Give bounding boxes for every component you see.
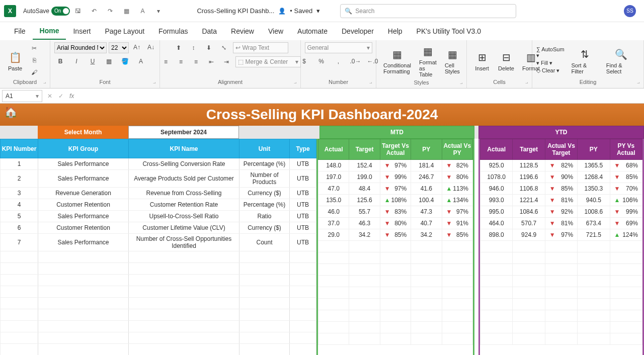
- empty-row[interactable]: [1, 344, 316, 356]
- table-row[interactable]: 4Customer RetentionCustomer Retention Ra…: [1, 199, 316, 211]
- tab-formulas[interactable]: Formulas: [151, 23, 195, 39]
- empty-row[interactable]: [1, 263, 316, 275]
- table-row[interactable]: 197.0199.0▼99%246.7▼80%: [318, 171, 473, 183]
- wrap-text-button[interactable]: ↩Wrap Text: [233, 42, 288, 53]
- conditional-formatting-button[interactable]: ▦Conditional Formatting: [380, 45, 414, 75]
- home-icon[interactable]: 🏠: [4, 106, 18, 119]
- align-bottom-icon[interactable]: ⬇: [203, 43, 215, 53]
- save-status-dropdown-icon[interactable]: ▾: [316, 7, 320, 15]
- autosum-button[interactable]: ∑ AutoSum ▾: [536, 46, 566, 59]
- font-color-icon[interactable]: A: [135, 56, 147, 66]
- table-row[interactable]: 1Sales PerformanceCross-Selling Conversi…: [1, 158, 316, 170]
- increase-font-icon[interactable]: A↑: [131, 42, 143, 52]
- empty-row[interactable]: [480, 299, 642, 310]
- tab-file[interactable]: File: [7, 23, 33, 39]
- align-top-icon[interactable]: ⬆: [173, 43, 185, 53]
- table-row[interactable]: 5Sales PerformanceUpsell-to-Cross-Sell R…: [1, 211, 316, 222]
- align-right-icon[interactable]: ≡: [190, 57, 202, 67]
- bold-button[interactable]: B: [54, 56, 66, 66]
- table-row[interactable]: 995.01084.6▼92%1008.6▼99%: [480, 206, 642, 218]
- table-row[interactable]: 135.0125.6▲108%100.4▲134%: [318, 195, 473, 206]
- orientation-icon[interactable]: ⤡: [218, 43, 230, 53]
- borders-qat-icon[interactable]: ▦: [119, 4, 133, 18]
- align-middle-icon[interactable]: ↕: [188, 43, 200, 53]
- increase-decimal-icon[interactable]: .0→: [350, 56, 362, 66]
- tab-pk-s-utility-tool-v3-0[interactable]: PK's Utility Tool V3.0: [410, 23, 488, 39]
- cancel-formula-icon[interactable]: ✕: [44, 93, 55, 100]
- empty-row[interactable]: [480, 322, 642, 333]
- kpi-left-table[interactable]: KPI NumberKPI GroupKPI NameUnitType1Sale…: [0, 139, 316, 355]
- insert-cells-button[interactable]: ⊞Insert: [471, 48, 493, 72]
- empty-row[interactable]: [480, 276, 642, 287]
- empty-row[interactable]: [480, 264, 642, 276]
- paste-button[interactable]: 📋 Paste: [4, 48, 26, 72]
- format-as-table-button[interactable]: ▦Format as Table: [416, 42, 440, 78]
- find-select-button[interactable]: 🔍Find & Select: [603, 45, 639, 75]
- empty-row[interactable]: [1, 286, 316, 298]
- table-row[interactable]: 3Revenue GenerationRevenue from Cross-Se…: [1, 188, 316, 199]
- empty-row[interactable]: [1, 298, 316, 309]
- percent-icon[interactable]: %: [315, 56, 328, 66]
- empty-row[interactable]: [318, 264, 473, 276]
- table-row[interactable]: 6Customer RetentionCustomer Lifetime Val…: [1, 222, 316, 234]
- empty-row[interactable]: [480, 252, 642, 264]
- indent-decrease-icon[interactable]: ⇤: [205, 57, 217, 67]
- align-center-icon[interactable]: ≡: [175, 57, 187, 67]
- merge-center-button[interactable]: ⬚Merge & Center▾: [235, 56, 301, 67]
- empty-row[interactable]: [1, 275, 316, 286]
- empty-row[interactable]: [1, 251, 316, 263]
- table-row[interactable]: 925.01128.5▼82%1365.5▼68%: [480, 160, 642, 171]
- empty-row[interactable]: [480, 241, 642, 252]
- indent-increase-icon[interactable]: ⇥: [220, 57, 232, 67]
- empty-row[interactable]: [480, 333, 642, 345]
- align-left-icon[interactable]: ≡: [160, 57, 172, 67]
- table-row[interactable]: 464.0570.7▼81%673.4▼69%: [480, 218, 642, 229]
- tab-review[interactable]: Review: [224, 23, 261, 39]
- font-name-select[interactable]: Arial Rounded MT: [54, 42, 107, 53]
- table-row[interactable]: 46.055.7▼83%47.3▼97%: [318, 206, 473, 218]
- table-row[interactable]: 1078.01196.6▼90%1268.4▼85%: [480, 171, 642, 183]
- name-box[interactable]: A1▾: [2, 90, 42, 102]
- table-row[interactable]: 7Sales PerformanceNumber of Cross-Sell O…: [1, 234, 316, 251]
- clear-button[interactable]: ◇ Clear ▾: [536, 67, 566, 74]
- save-icon[interactable]: 🖫: [71, 4, 85, 18]
- ytd-table[interactable]: ActualTargetActual Vs TargetPYPY Vs Actu…: [480, 139, 642, 345]
- table-row[interactable]: 29.034.2▼85%34.2▼85%: [318, 229, 473, 241]
- cut-icon[interactable]: ✂: [28, 43, 40, 53]
- empty-row[interactable]: [1, 332, 316, 344]
- empty-row[interactable]: [318, 287, 473, 299]
- table-row[interactable]: 946.01106.8▼85%1350.3▼70%: [480, 183, 642, 195]
- font-size-select[interactable]: 22: [109, 42, 129, 53]
- decrease-font-icon[interactable]: A↓: [145, 42, 157, 52]
- empty-row[interactable]: [318, 276, 473, 287]
- empty-row[interactable]: [480, 287, 642, 299]
- undo-icon[interactable]: ↶: [87, 4, 101, 18]
- fill-button[interactable]: ▾ Fill ▾: [536, 60, 566, 66]
- tab-help[interactable]: Help: [381, 23, 410, 39]
- avatar[interactable]: SS: [624, 5, 636, 17]
- mtd-table[interactable]: ActualTargetTarget Vs ActualPYActual Vs …: [318, 139, 473, 345]
- comma-icon[interactable]: ,: [333, 56, 345, 66]
- table-row[interactable]: 2Sales PerformanceAverage Products Sold …: [1, 170, 316, 188]
- tab-automate[interactable]: Automate: [290, 23, 335, 39]
- number-format-select[interactable]: General▾: [305, 42, 372, 53]
- redo-icon[interactable]: ↷: [103, 4, 117, 18]
- table-row[interactable]: 993.01221.4▼81%940.5▲106%: [480, 195, 642, 206]
- empty-row[interactable]: [318, 333, 473, 345]
- qat-customize-icon[interactable]: ▾: [151, 4, 166, 18]
- share-indicator-icon[interactable]: 👤: [278, 8, 286, 15]
- empty-row[interactable]: [318, 322, 473, 333]
- table-row[interactable]: 47.048.4▼97%41.6▲113%: [318, 183, 473, 195]
- empty-row[interactable]: [318, 252, 473, 264]
- cell-styles-button[interactable]: ▦Cell Styles: [442, 45, 464, 75]
- underline-button[interactable]: U: [87, 56, 99, 66]
- empty-row[interactable]: [1, 309, 316, 321]
- tab-data[interactable]: Data: [195, 23, 224, 39]
- empty-row[interactable]: [318, 299, 473, 310]
- borders-icon[interactable]: ▦: [103, 56, 115, 66]
- format-painter-icon[interactable]: 🖌: [28, 67, 40, 77]
- fill-color-icon[interactable]: 🪣: [119, 56, 131, 66]
- table-row[interactable]: 898.0924.9▼97%721.5▲124%: [480, 229, 642, 241]
- font-color-qat-icon[interactable]: A: [135, 4, 149, 18]
- empty-row[interactable]: [318, 310, 473, 322]
